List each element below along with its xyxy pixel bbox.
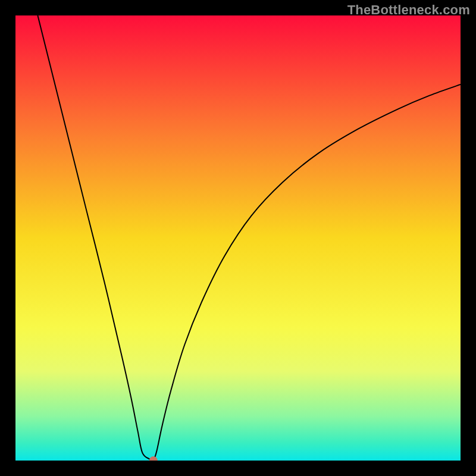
plot-area [15, 15, 461, 461]
watermark-text: TheBottleneck.com [347, 2, 470, 18]
gradient-background [15, 15, 461, 461]
chart-frame: TheBottleneck.com [0, 0, 476, 476]
chart-svg [15, 15, 461, 461]
